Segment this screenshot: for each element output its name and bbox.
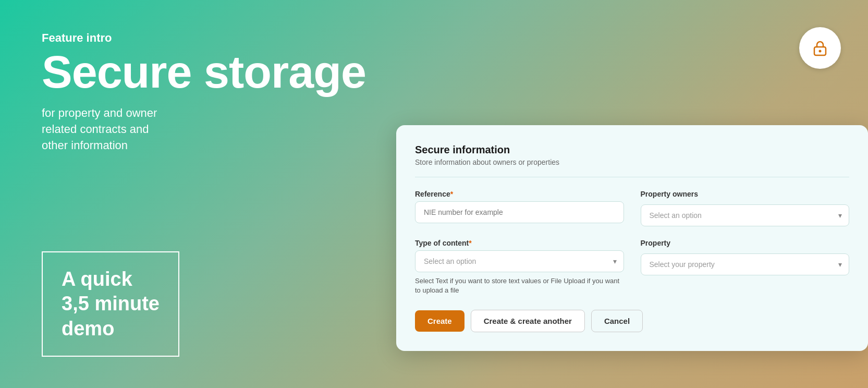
property-owners-select-wrapper: Select an option ▾: [641, 204, 850, 226]
subtitle: for property and owner related contracts…: [42, 105, 240, 153]
lock-icon: [811, 39, 829, 57]
reference-label: Reference*: [415, 190, 624, 198]
modal-footer: Create Create & create another Cancel: [415, 310, 849, 332]
feature-label: Feature intro: [42, 31, 366, 45]
modal-title: Secure information: [415, 144, 849, 156]
svg-point-1: [819, 50, 822, 53]
property-group: Property Select your property ▾: [641, 239, 850, 295]
create-button[interactable]: Create: [415, 310, 464, 332]
main-title: Secure storage: [42, 49, 366, 95]
cancel-button[interactable]: Cancel: [591, 310, 643, 332]
lock-button[interactable]: [799, 27, 841, 69]
property-select-wrapper: Select your property ▾: [641, 253, 850, 275]
property-owners-group: Property owners Select an option ▾: [641, 190, 850, 226]
type-of-content-select[interactable]: Select an option: [415, 250, 624, 272]
property-select[interactable]: Select your property: [641, 253, 850, 275]
modal-card: Secure information Store information abo…: [396, 125, 868, 351]
type-of-content-label: Type of content*: [415, 239, 624, 247]
property-owners-label: Property owners: [641, 190, 850, 198]
hero-content: Feature intro Secure storage for propert…: [42, 31, 366, 153]
property-owners-select[interactable]: Select an option: [641, 204, 850, 226]
demo-text: A quick 3,5 minute demo: [62, 267, 160, 342]
modal-header: Secure information Store information abo…: [415, 144, 849, 177]
form-grid: Reference* Property owners Select an opt…: [415, 190, 849, 295]
type-hint: Select Text if you want to store text va…: [415, 276, 624, 295]
demo-box: A quick 3,5 minute demo: [42, 251, 179, 357]
create-another-button[interactable]: Create & create another: [471, 310, 585, 332]
reference-input[interactable]: [415, 201, 624, 223]
modal-subtitle: Store information about owners or proper…: [415, 158, 849, 166]
property-label: Property: [641, 239, 850, 247]
reference-group: Reference*: [415, 190, 624, 226]
type-select-wrapper: Select an option ▾: [415, 250, 624, 272]
type-of-content-group: Type of content* Select an option ▾ Sele…: [415, 239, 624, 295]
